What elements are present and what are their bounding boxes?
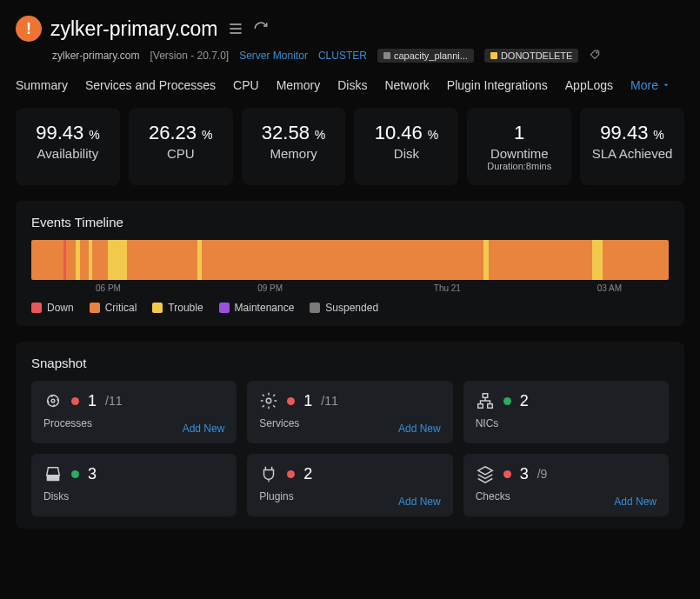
snapshot-label: Disks xyxy=(43,490,224,502)
snapshot-services[interactable]: 1/11ServicesAdd New xyxy=(247,381,452,443)
tag-capacity[interactable]: capacity_planni... xyxy=(377,49,474,63)
nics-icon xyxy=(476,391,495,410)
tags-icon[interactable] xyxy=(589,50,601,62)
metric-sublabel: Duration:8mins xyxy=(474,161,564,171)
add-new-link[interactable]: Add New xyxy=(398,423,441,435)
tag-donotdelete[interactable]: DONOTDELETE xyxy=(484,49,579,63)
svg-point-4 xyxy=(48,396,59,407)
metric-cpu[interactable]: 26.23 %CPU xyxy=(129,108,233,185)
metric-label: SLA Achieved xyxy=(587,146,677,161)
legend-maintenance: Maintenance xyxy=(219,302,295,314)
snapshot-disks[interactable]: 3Disks xyxy=(31,454,237,516)
sub-hostname: zylker-primary.com xyxy=(52,50,139,62)
add-new-link[interactable]: Add New xyxy=(614,496,657,508)
legend-swatch-icon xyxy=(310,303,320,313)
svg-rect-8 xyxy=(477,404,483,409)
timeline-legend: DownCriticalTroubleMaintenanceSuspended xyxy=(31,302,669,314)
snapshot-processes[interactable]: 1/11ProcessesAdd New xyxy=(31,381,237,443)
menu-icon[interactable] xyxy=(227,20,244,37)
status-dot-icon xyxy=(71,470,79,478)
cluster-label: CLUSTER xyxy=(318,50,367,62)
metric-label: Availability xyxy=(23,146,113,161)
legend-down: Down xyxy=(31,302,74,314)
checks-icon xyxy=(476,464,495,483)
page-title: zylker-primary.com xyxy=(50,17,218,41)
metric-label: Memory xyxy=(249,146,339,161)
metrics-row: 99.43 %Availability26.23 %CPU32.58 %Memo… xyxy=(16,108,684,185)
version-label: [Version - 20.7.0] xyxy=(150,50,229,62)
snapshot-title: Snapshot xyxy=(31,356,669,370)
timeline-ticks: 06 PM 09 PM Thu 21 03 AM xyxy=(31,283,669,293)
snapshot-total: /11 xyxy=(321,394,337,408)
tab-memory[interactable]: Memory xyxy=(277,78,321,92)
tabs: Summary Services and Processes CPU Memor… xyxy=(16,78,684,92)
refresh-icon[interactable] xyxy=(253,21,269,37)
status-dot-icon xyxy=(503,470,511,478)
add-new-link[interactable]: Add New xyxy=(183,423,225,435)
snapshot-total: /9 xyxy=(537,467,548,481)
tab-more[interactable]: More xyxy=(630,78,670,92)
tab-services[interactable]: Services and Processes xyxy=(85,78,216,92)
metric-downtime[interactable]: 1DowntimeDuration:8mins xyxy=(467,108,571,185)
legend-swatch-icon xyxy=(152,303,163,313)
metric-value: 99.43 % xyxy=(23,122,113,144)
snapshot-count: 3 xyxy=(88,465,97,483)
legend-suspended: Suspended xyxy=(310,302,378,314)
metric-memory[interactable]: 32.58 %Memory xyxy=(242,108,346,185)
metric-value: 10.46 % xyxy=(361,122,451,144)
status-dot-icon xyxy=(503,397,511,405)
snapshot-plugins[interactable]: 2PluginsAdd New xyxy=(247,454,452,516)
processes-icon xyxy=(43,391,63,410)
snapshot-count: 2 xyxy=(520,392,529,410)
legend-swatch-icon xyxy=(90,303,100,313)
tab-cpu[interactable]: CPU xyxy=(233,78,259,92)
legend-trouble: Trouble xyxy=(152,302,203,314)
tab-applogs[interactable]: AppLogs xyxy=(565,78,613,92)
status-dot-icon xyxy=(287,397,295,405)
tag-dot-gray-icon xyxy=(383,52,390,59)
snapshot-checks[interactable]: 3/9ChecksAdd New xyxy=(463,454,669,516)
services-icon xyxy=(259,391,278,410)
header: ! zylker-primary.com xyxy=(16,16,684,42)
snapshot-count: 1 xyxy=(88,392,97,410)
metric-availability[interactable]: 99.43 %Availability xyxy=(16,108,120,185)
server-monitor-link[interactable]: Server Monitor xyxy=(239,50,308,62)
timeline-bar[interactable] xyxy=(31,240,669,280)
subheader: zylker-primary.com [Version - 20.7.0] Se… xyxy=(52,49,684,63)
svg-point-5 xyxy=(51,399,55,403)
events-timeline-title: Events Timeline xyxy=(31,215,669,230)
plugins-icon xyxy=(259,464,278,483)
metric-value: 1 xyxy=(474,122,564,144)
tab-plugins[interactable]: Plugin Integrations xyxy=(447,78,548,92)
legend-critical: Critical xyxy=(90,302,137,314)
tab-summary[interactable]: Summary xyxy=(16,78,68,92)
snapshot-grid: 1/11ProcessesAdd New1/11ServicesAdd New2… xyxy=(31,381,669,516)
status-dot-icon xyxy=(287,470,295,478)
metric-value: 99.43 % xyxy=(587,122,677,144)
status-dot-icon xyxy=(71,397,79,405)
svg-rect-9 xyxy=(487,404,492,409)
metric-value: 32.58 % xyxy=(249,122,339,144)
snapshot-total: /11 xyxy=(105,394,122,408)
disks-icon xyxy=(43,464,63,483)
snapshot-count: 3 xyxy=(520,465,529,483)
svg-rect-7 xyxy=(483,394,488,398)
metric-label: Disk xyxy=(361,146,451,161)
legend-swatch-icon xyxy=(31,303,42,313)
metric-sla-achieved[interactable]: 99.43 %SLA Achieved xyxy=(580,108,684,185)
snapshot-count: 2 xyxy=(303,465,312,483)
events-timeline-panel: Events Timeline 06 PM 09 PM Thu 21 03 AM… xyxy=(16,201,684,326)
metric-label: Downtime xyxy=(474,146,564,161)
metric-disk[interactable]: 10.46 %Disk xyxy=(354,108,458,185)
snapshot-panel: Snapshot 1/11ProcessesAdd New1/11Service… xyxy=(16,342,684,529)
snapshot-nics[interactable]: 2NICs xyxy=(463,381,669,443)
tab-network[interactable]: Network xyxy=(384,78,429,92)
svg-point-6 xyxy=(267,398,272,403)
tab-disks[interactable]: Disks xyxy=(337,78,367,92)
metric-value: 26.23 % xyxy=(136,122,226,144)
chevron-down-icon xyxy=(662,81,670,90)
add-new-link[interactable]: Add New xyxy=(398,496,441,508)
snapshot-count: 1 xyxy=(303,392,312,410)
tag-dot-yellow-icon xyxy=(490,52,497,59)
status-warning-icon: ! xyxy=(16,16,42,42)
